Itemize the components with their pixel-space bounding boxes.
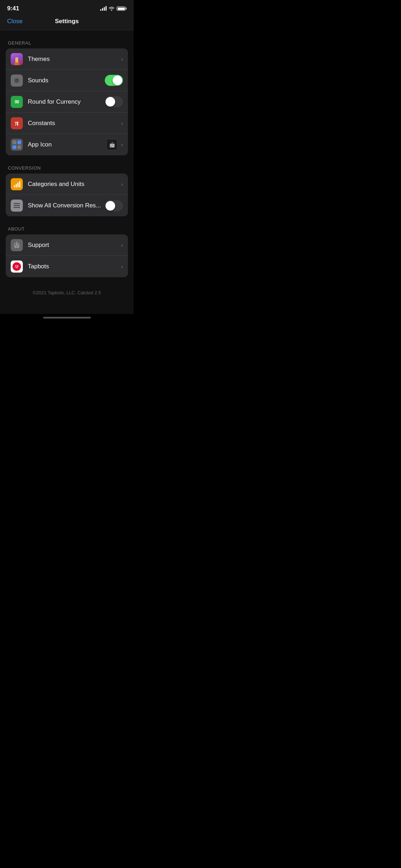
- categories-units-row[interactable]: Categories and Units ›: [6, 174, 128, 195]
- status-icons: [100, 6, 127, 11]
- themes-label: Themes: [28, 56, 118, 63]
- svg-rect-8: [14, 205, 20, 206]
- support-label: Support: [28, 242, 118, 249]
- page-title: Settings: [55, 18, 79, 25]
- support-chevron-icon: ›: [121, 242, 123, 248]
- round-for-currency-label: Round for Currency: [28, 98, 105, 105]
- app-icon-chevron-icon: ›: [121, 142, 123, 148]
- svg-rect-9: [14, 207, 20, 208]
- svg-rect-14: [16, 242, 17, 243]
- support-row[interactable]: Support ›: [6, 234, 128, 256]
- sounds-icon: [11, 74, 23, 87]
- tapbots-label: Tapbots: [28, 263, 118, 270]
- show-conversion-label: Show All Conversion Res...: [28, 202, 105, 209]
- svg-rect-11: [15, 244, 16, 245]
- constants-label: Constants: [28, 120, 118, 127]
- round-for-currency-row[interactable]: 00 Round for Currency: [6, 91, 128, 113]
- status-bar: 9:41: [0, 0, 134, 14]
- round-for-currency-toggle[interactable]: [105, 96, 123, 107]
- footer-text: ©2021 Tapbots, LLC. Calcbot 2.5: [33, 290, 101, 295]
- conversion-group: Categories and Units › Show All Conversi…: [6, 174, 128, 216]
- sounds-row[interactable]: Sounds: [6, 70, 128, 91]
- svg-rect-13: [15, 246, 18, 247]
- signal-icon: [100, 6, 107, 11]
- constants-chevron-icon: ›: [121, 120, 123, 126]
- app-icon-badge: 🤖: [106, 139, 118, 150]
- app-icon-label: App Icon: [28, 141, 106, 148]
- themes-icon: [11, 53, 23, 65]
- nav-bar: Close Settings: [0, 14, 134, 30]
- battery-icon: [117, 6, 127, 11]
- svg-rect-12: [17, 244, 19, 245]
- categories-icon: [11, 178, 23, 190]
- app-icon-row[interactable]: App Icon 🤖 ›: [6, 134, 128, 155]
- categories-units-label: Categories and Units: [28, 181, 118, 188]
- tapbots-row[interactable]: Tapbots ›: [6, 256, 128, 277]
- svg-point-2: [16, 80, 17, 81]
- svg-rect-22: [17, 265, 18, 267]
- tapbots-icon: [11, 260, 23, 273]
- show-conversion-toggle[interactable]: [105, 200, 123, 211]
- show-conversion-row[interactable]: Show All Conversion Res...: [6, 195, 128, 216]
- svg-rect-3: [14, 185, 15, 187]
- sounds-toggle[interactable]: [105, 75, 123, 86]
- categories-chevron-icon: ›: [121, 181, 123, 187]
- svg-rect-18: [17, 248, 19, 248]
- svg-rect-5: [17, 182, 19, 187]
- status-time: 9:41: [7, 5, 19, 12]
- about-section-label: ABOUT: [6, 226, 128, 232]
- svg-rect-21: [15, 265, 16, 267]
- app-icon-icon: [11, 139, 23, 151]
- footer: ©2021 Tapbots, LLC. Calcbot 2.5: [6, 287, 128, 304]
- close-button[interactable]: Close: [7, 18, 22, 25]
- svg-rect-4: [16, 184, 17, 187]
- sounds-label: Sounds: [28, 77, 105, 84]
- themes-row[interactable]: Themes ›: [6, 48, 128, 70]
- svg-point-16: [16, 241, 17, 242]
- support-icon: [11, 239, 23, 251]
- settings-content: GENERAL Themes › Sounds: [0, 30, 134, 314]
- svg-rect-10: [14, 243, 19, 248]
- home-indicator: [0, 314, 134, 322]
- conversion-section-label: CONVERSION: [6, 165, 128, 171]
- round-for-currency-icon: 00: [11, 96, 23, 108]
- constants-row[interactable]: π Constants ›: [6, 113, 128, 134]
- svg-rect-7: [14, 203, 20, 204]
- svg-rect-17: [15, 248, 16, 248]
- wifi-icon: [109, 6, 114, 11]
- themes-chevron-icon: ›: [121, 56, 123, 62]
- general-group: Themes › Sounds 00 Round for Currency: [6, 48, 128, 155]
- show-conversion-icon: [11, 200, 23, 212]
- svg-rect-23: [16, 267, 18, 268]
- svg-rect-6: [19, 181, 20, 187]
- tapbots-chevron-icon: ›: [121, 264, 123, 269]
- about-group: Support › Tapbots ›: [6, 234, 128, 277]
- constants-icon: π: [11, 117, 23, 129]
- home-bar: [43, 317, 91, 319]
- general-section-label: GENERAL: [6, 40, 128, 46]
